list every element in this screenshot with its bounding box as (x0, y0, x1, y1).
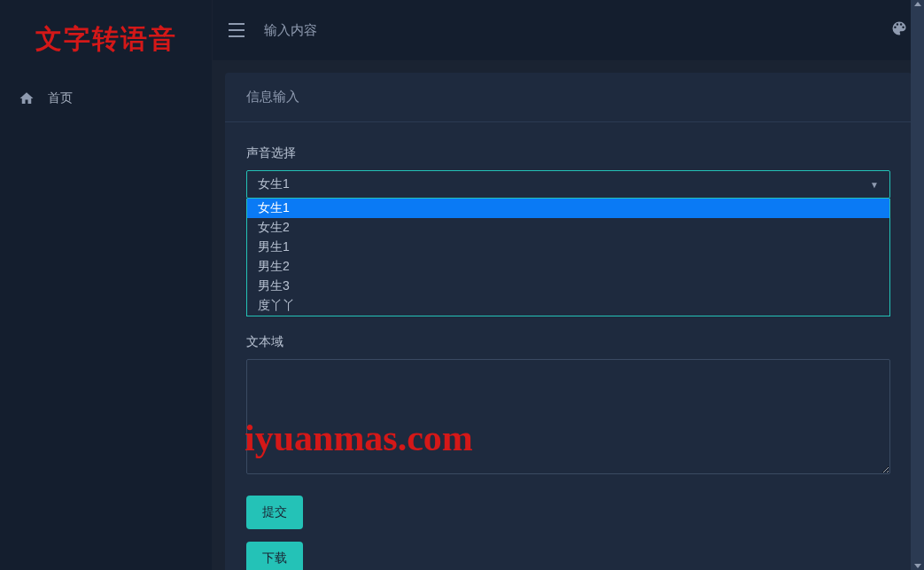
voice-dropdown: 女生1 女生2 男生1 男生2 男生3 度丫丫 (246, 199, 890, 316)
textarea-label: 文本域 (246, 334, 890, 350)
sidebar-item-label: 首页 (48, 90, 73, 106)
voice-select[interactable]: 女生1 ▼ 女生1 女生2 男生1 男生2 男生3 度丫丫 (246, 170, 890, 316)
breadcrumb: 输入内容 (264, 22, 317, 39)
content: 信息输入 声音选择 女生1 ▼ 女生1 女生2 男生1 (213, 60, 924, 570)
text-input[interactable] (246, 359, 890, 474)
sidebar: 文字转语音 首页 (0, 0, 213, 570)
voice-select-value: 女生1 (258, 176, 290, 192)
voice-select-label: 声音选择 (246, 145, 890, 161)
scroll-down-icon[interactable] (914, 564, 921, 568)
chevron-down-icon: ▼ (870, 180, 879, 190)
voice-option[interactable]: 男生2 (247, 257, 889, 277)
card-title: 信息输入 (225, 73, 912, 122)
voice-option[interactable]: 女生2 (247, 218, 889, 238)
scrollbar[interactable] (911, 0, 924, 570)
form-card: 信息输入 声音选择 女生1 ▼ 女生1 女生2 男生1 (225, 73, 912, 570)
submit-button[interactable]: 提交 (246, 496, 303, 529)
voice-select-display[interactable]: 女生1 ▼ (246, 170, 890, 199)
voice-option[interactable]: 男生3 (247, 277, 889, 296)
topbar: 输入内容 (213, 0, 924, 60)
logo: 文字转语音 (0, 0, 212, 79)
main-area: 输入内容 信息输入 声音选择 女生1 ▼ (213, 0, 924, 570)
voice-option[interactable]: 女生1 (247, 199, 889, 218)
voice-option[interactable]: 度丫丫 (247, 296, 889, 316)
scroll-up-icon[interactable] (914, 2, 921, 6)
download-button[interactable]: 下载 (246, 542, 303, 570)
theme-palette-icon[interactable] (890, 20, 908, 41)
voice-option[interactable]: 男生1 (247, 238, 889, 257)
logo-text: 文字转语音 (18, 21, 194, 58)
sidebar-item-home[interactable]: 首页 (0, 79, 212, 118)
menu-toggle-icon[interactable] (229, 20, 250, 41)
home-icon (18, 90, 35, 107)
